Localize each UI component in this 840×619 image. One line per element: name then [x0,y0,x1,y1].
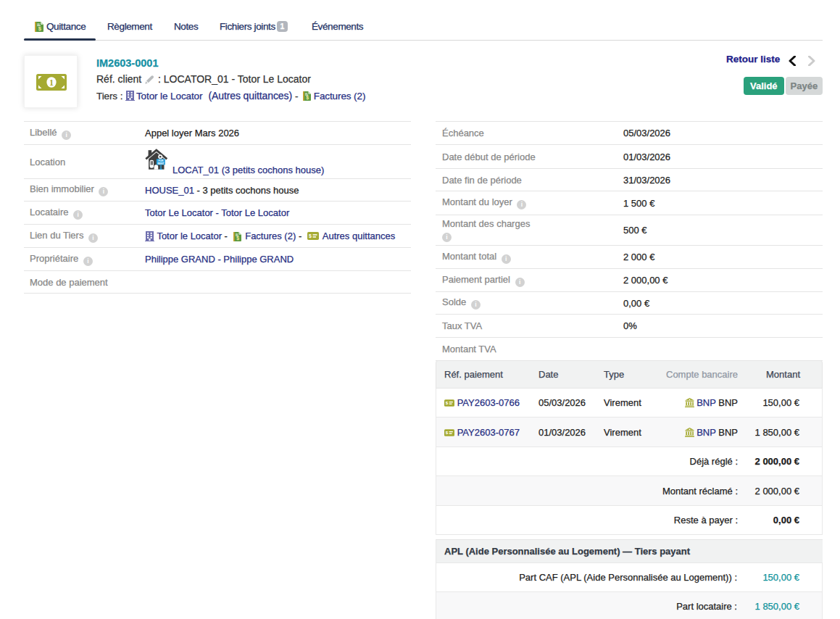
svg-text:$: $ [446,400,449,405]
svg-text:$: $ [306,95,309,101]
svg-text:$: $ [236,235,239,241]
svg-text:$: $ [446,430,449,435]
svg-text:RENT: RENT [158,162,165,165]
svg-text:1: 1 [49,77,54,87]
svg-text:$: $ [309,233,312,239]
